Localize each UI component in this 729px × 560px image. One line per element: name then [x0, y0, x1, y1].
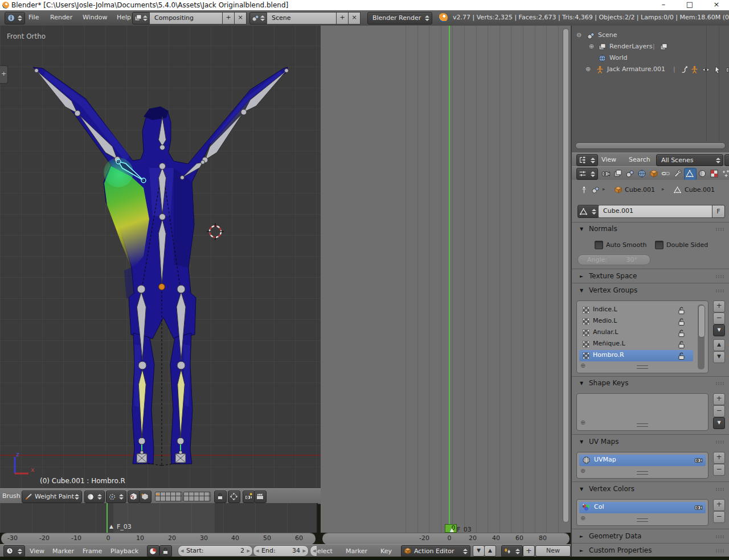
close-button[interactable]: × [708, 0, 725, 9]
vertex-colors-list[interactable]: Col ⊕ [576, 499, 708, 526]
dope-ruler[interactable]: -20 0 20 40 60 80 [322, 533, 570, 545]
uv-maps-list[interactable]: UVMap ⊕ [576, 452, 708, 479]
tab-texture[interactable] [708, 168, 720, 179]
tab-object-data[interactable] [684, 168, 697, 180]
fake-user-button[interactable]: F [712, 205, 725, 218]
tab-material[interactable] [697, 168, 708, 179]
uv-map-row-selected[interactable]: UVMap [579, 455, 706, 466]
add-vertex-color-button[interactable]: + [713, 499, 725, 511]
tab-scene[interactable] [624, 168, 636, 179]
delete-layout-button[interactable]: × [234, 12, 247, 24]
add-scene-button[interactable]: + [336, 12, 349, 24]
screen-layout-field[interactable]: Compositing [149, 12, 223, 24]
expand-icon[interactable]: ⊕ [589, 43, 594, 50]
panel-grip[interactable] [715, 440, 724, 444]
crumb-object[interactable]: Cube.001 [625, 186, 655, 193]
expand-icon[interactable]: ⊕ [585, 65, 591, 73]
filter-expand-icon[interactable]: ⊕ [580, 514, 585, 522]
panel-grip[interactable] [715, 382, 724, 385]
tab-object[interactable] [648, 168, 660, 179]
increment-icon[interactable]: ▸ [247, 547, 250, 554]
lock-camera-toggle[interactable] [214, 491, 227, 503]
start-frame-field[interactable]: ◂ Start: 2 ▸ [178, 545, 253, 557]
decrement-icon[interactable]: ◂ [313, 547, 316, 554]
panel-header-vertex-groups[interactable]: ▼ Vertex Groups [572, 286, 729, 296]
vertex-color-row-selected[interactable]: Col [579, 502, 706, 513]
outliner-menu-search[interactable]: Search [629, 156, 650, 163]
properties-editor[interactable]: ▸ Cube.001 ▸ Cube.001 Cube.001 F ▼ Norma… [572, 180, 729, 557]
vertex-group-row[interactable]: Indice.L [579, 304, 693, 316]
outliner-menu-view[interactable]: View [601, 156, 616, 163]
pose-icon[interactable] [680, 65, 689, 74]
add-uv-map-button[interactable]: + [713, 452, 725, 464]
menu-window[interactable]: Window [83, 14, 107, 21]
dope-menu-marker[interactable]: Marker [346, 547, 367, 555]
editor-type-properties-button[interactable] [576, 168, 598, 180]
collapse-icon[interactable]: ⊖ [576, 31, 581, 39]
vertex-group-row[interactable]: Medio.L [579, 316, 693, 327]
screen-layout-icon-button[interactable] [132, 12, 150, 24]
minimize-button[interactable]: – [655, 0, 672, 9]
lock-open-icon[interactable] [677, 352, 685, 360]
timeline-ruler[interactable]: -30 -20 -10 0 10 20 30 40 50 60 [1, 533, 316, 545]
angle-slider-disabled[interactable]: Angle: 30° [578, 254, 650, 265]
restore-button[interactable]: □ [681, 0, 698, 9]
renderlayer-toggle-icon[interactable] [660, 43, 668, 51]
dope-menu-key[interactable]: Key [380, 547, 392, 555]
vertex-group-row[interactable]: Anular.L [579, 327, 693, 339]
add-layout-button[interactable]: + [222, 12, 235, 24]
move-channel-up-button[interactable]: ▲ [484, 545, 496, 557]
scrollbar-thumb[interactable] [563, 28, 569, 522]
layers-group-2[interactable] [183, 492, 211, 501]
face-mask-toggle[interactable] [128, 491, 140, 503]
pivot-dropdown[interactable] [106, 491, 126, 503]
clipped-filter-button[interactable] [724, 154, 729, 166]
remove-vertex-color-button[interactable]: − [713, 511, 725, 523]
weight-paint-model[interactable] [0, 26, 321, 488]
tab-constraints[interactable] [660, 168, 671, 179]
remove-vertex-group-button[interactable]: − [713, 312, 725, 324]
layers-group-1[interactable] [155, 492, 182, 501]
resize-grip[interactable] [637, 423, 648, 427]
marker-triangle-icon[interactable]: ▲ [450, 527, 454, 533]
keying-set-dropdown[interactable] [501, 545, 523, 557]
render-camera-icon[interactable] [694, 456, 703, 464]
menu-render[interactable]: Render [50, 14, 72, 21]
lock-open-icon[interactable] [677, 329, 685, 337]
datablock-name-field[interactable]: Cube.001 [598, 205, 713, 218]
resize-grip[interactable] [637, 471, 648, 475]
visibility-eye-icon[interactable] [702, 65, 710, 74]
timeline-menu-playback[interactable]: Playback [110, 547, 138, 555]
vertex-group-specials-button[interactable]: ▼ [713, 324, 725, 336]
auto-smooth-checkbox[interactable] [595, 241, 603, 249]
shading-dropdown[interactable] [84, 491, 105, 503]
shape-key-specials-button[interactable]: ▼ [713, 417, 725, 429]
filter-expand-icon[interactable]: ⊕ [580, 419, 585, 426]
tab-render[interactable] [600, 168, 612, 179]
dope-vertical-scrollbar[interactable] [562, 28, 568, 522]
resize-grip[interactable] [637, 518, 648, 522]
panel-grip[interactable] [715, 535, 724, 538]
vertex-groups-list[interactable]: Indice.L Medio.L Anular.L Meñique.L Homb… [576, 300, 708, 373]
editor-type-timeline-button[interactable] [3, 545, 25, 557]
panel-header-custom-properties[interactable]: ► Custom Properties [572, 546, 729, 556]
opengl-render-image-button[interactable] [243, 491, 255, 503]
viewport-3d[interactable]: Front Ortho + [0, 26, 321, 488]
panel-header-texture-space[interactable]: ► Texture Space [572, 271, 729, 282]
add-shape-key-button[interactable]: + [713, 393, 725, 405]
render-engine-dropdown[interactable]: Blender Render [367, 12, 432, 24]
current-frame-line[interactable] [107, 503, 108, 533]
opengl-render-anim-button[interactable] [254, 491, 267, 503]
scene-field[interactable]: Scene [267, 12, 337, 24]
add-vertex-group-button[interactable]: + [713, 300, 725, 312]
remove-shape-key-button[interactable]: − [713, 405, 725, 417]
tab-particles[interactable] [720, 168, 729, 179]
armature-data-icon[interactable] [690, 65, 699, 74]
list-scrollbar[interactable] [698, 304, 705, 369]
panel-header-vertex-colors[interactable]: ▼ Vertex Colors [572, 484, 729, 495]
double-sided-checkbox[interactable] [655, 241, 664, 249]
editor-type-outliner-button[interactable] [576, 154, 598, 166]
panel-grip[interactable] [715, 289, 724, 293]
vertex-group-row[interactable]: Meñique.L [579, 339, 693, 350]
current-frame-line[interactable] [449, 26, 450, 525]
